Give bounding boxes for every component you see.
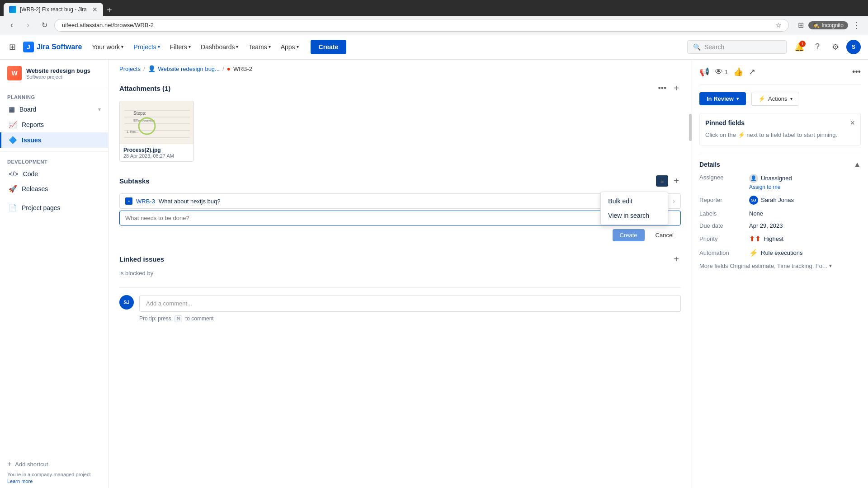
add-shortcut-icon: + <box>7 460 11 468</box>
pro-tip: Pro tip: press M to comment <box>119 315 681 322</box>
breadcrumb-sep1: / <box>143 66 145 72</box>
subtask-row[interactable]: ▪ WRB-3 What about nextjs buq? › <box>119 193 681 209</box>
issue-scroll-area: Attachments (1) ••• + <box>108 72 692 488</box>
reporter-row: Reporter SJ Sarah Jonas <box>699 196 861 205</box>
user-avatar[interactable]: S <box>846 40 861 54</box>
subtask-cancel-button[interactable]: Cancel <box>648 229 681 241</box>
subtask-input[interactable] <box>119 211 681 225</box>
breadcrumb-projects[interactable]: Projects <box>119 66 141 72</box>
subtasks-title: Subtasks <box>119 177 150 185</box>
assignee-label: Assignee <box>699 174 749 181</box>
subtasks-menu-button[interactable]: ≡ <box>656 175 669 187</box>
sidebar-item-code[interactable]: </> Code <box>0 166 108 181</box>
add-shortcut-item[interactable]: + Add shortcut <box>7 456 101 472</box>
due-date-label: Due date <box>699 222 749 229</box>
reports-icon: 📈 <box>9 121 17 129</box>
watch-button[interactable]: 👁 <box>715 67 723 77</box>
assign-to-me-link[interactable]: Assign to me <box>749 184 861 190</box>
due-date-row: Due date Apr 29, 2023 <box>699 222 861 229</box>
attachment-date: 28 Apr 2023, 08:27 AM <box>123 153 190 159</box>
refresh-button[interactable]: ↻ <box>38 19 51 32</box>
address-bar[interactable]: uifeed.atlassian.net/browse/WRB-2 ☆ <box>54 19 789 32</box>
sidebar-item-project-pages[interactable]: 📄 Project pages <box>0 200 108 216</box>
forward-button[interactable]: › <box>22 19 34 32</box>
pinned-desc-prefix: Click on the <box>705 131 736 138</box>
breadcrumb-project-name[interactable]: Website redesign bug... <box>158 66 220 72</box>
notifications-button[interactable]: 🔔 1 <box>792 40 807 54</box>
more-actions-dots[interactable]: ••• <box>852 67 861 77</box>
assignee-value: 👤 Unassigned Assign to me <box>749 174 861 190</box>
attachments-add-button[interactable]: + <box>672 81 681 95</box>
thumbs-up-button[interactable]: 👍 <box>733 67 743 77</box>
labels-row: Labels None <box>699 210 861 217</box>
nav-dashboards[interactable]: Dashboards▾ <box>196 41 243 53</box>
app-switcher-button[interactable]: ⊞ <box>7 40 18 54</box>
more-fields-label: More fields <box>699 263 728 269</box>
is-blocked-by: is blocked by <box>119 270 681 277</box>
flag-button[interactable]: 📢 <box>699 67 709 77</box>
actions-button[interactable]: ⚡ Actions ▾ <box>751 92 799 106</box>
share-button[interactable]: ↗ <box>749 67 755 77</box>
learn-more-link[interactable]: Learn more <box>7 479 33 484</box>
scroll-handle[interactable] <box>689 114 692 141</box>
comment-input-box[interactable]: Add a comment... <box>139 295 681 312</box>
subtasks-toolbar: ≡ Bulk edit View in search + <box>656 174 681 188</box>
your-work-chevron: ▾ <box>121 44 123 49</box>
active-tab[interactable]: [WRB-2] Fix react bug - Jira ✕ <box>4 3 103 16</box>
development-label: DEVELOPMENT <box>0 155 108 166</box>
subtasks-add-button[interactable]: + <box>672 174 681 188</box>
nav-your-work[interactable]: Your work▾ <box>87 41 128 53</box>
tab-favicon <box>9 6 16 13</box>
back-button[interactable]: ‹ <box>5 19 18 32</box>
tab-close-icon[interactable]: ✕ <box>92 6 98 13</box>
status-button[interactable]: In Review ▾ <box>699 92 746 105</box>
browser-tabs: [WRB-2] Fix react bug - Jira ✕ + <box>0 0 868 16</box>
create-button[interactable]: Create <box>311 40 347 54</box>
pinned-fields-header: Pinned fields × <box>705 119 855 127</box>
attachment-image-svg: Steps: Effectiveness 1. Rec... <box>120 101 194 144</box>
code-label: Code <box>23 170 38 178</box>
extensions-button[interactable]: ⊞ <box>796 19 806 31</box>
subtask-create-button[interactable]: Create <box>613 229 645 241</box>
incognito-badge: 🕵 Incognito <box>808 21 848 29</box>
due-date-value: Apr 29, 2023 <box>749 222 861 229</box>
priority-name: Highest <box>764 235 783 242</box>
assignee-row: Assignee 👤 Unassigned Assign to me <box>699 174 861 190</box>
nav-teams[interactable]: Teams▾ <box>244 41 275 53</box>
teams-chevron: ▾ <box>269 44 271 49</box>
priority-value: ⬆⬆ Highest <box>749 235 861 243</box>
help-button[interactable]: ? <box>810 40 825 54</box>
comment-section: SJ Add a comment... Pro tip: press M to … <box>119 287 681 322</box>
more-fields-chevron: ▾ <box>829 263 832 269</box>
details-header[interactable]: Details ▲ <box>699 160 861 169</box>
shortcut-key: M <box>175 315 182 322</box>
more-fields-row[interactable]: More fields Original estimate, Time trac… <box>699 263 861 269</box>
new-tab-button[interactable]: + <box>103 5 116 15</box>
attachments-more-button[interactable]: ••• <box>656 81 668 95</box>
sidebar-item-releases[interactable]: 🚀 Releases <box>0 181 108 197</box>
attachment-card[interactable]: Steps: Effectiveness 1. Rec... Process(2… <box>119 101 194 162</box>
bulk-edit-option[interactable]: Bulk edit <box>601 194 668 208</box>
attachment-name: Process(2).jpg <box>123 147 190 153</box>
priority-row: Priority ⬆⬆ Highest <box>699 235 861 243</box>
details-section: Details ▲ Assignee 👤 Unassigned Assign t… <box>699 153 861 269</box>
planning-section: PLANNING ▦ Board ▾ 📈 Reports 🔷 Issues <box>0 87 108 151</box>
apps-chevron: ▾ <box>297 44 299 49</box>
linked-issues-add-button[interactable]: + <box>672 252 681 266</box>
chrome-menu-button[interactable]: ⋮ <box>851 19 863 32</box>
nav-projects[interactable]: Projects▾ <box>129 41 165 53</box>
bookmark-icon[interactable]: ☆ <box>775 21 781 29</box>
sidebar-item-reports[interactable]: 📈 Reports <box>0 117 108 132</box>
settings-button[interactable]: ⚙ <box>828 40 843 54</box>
pinned-fields-close-button[interactable]: × <box>850 119 855 127</box>
search-icon: 🔍 <box>693 43 701 51</box>
view-in-search-option[interactable]: View in search <box>601 208 668 223</box>
sidebar-item-issues[interactable]: 🔷 Issues <box>0 132 108 148</box>
search-box[interactable]: 🔍 Search <box>687 40 787 54</box>
nav-apps[interactable]: Apps▾ <box>276 41 303 53</box>
filters-chevron: ▾ <box>189 44 191 49</box>
subtask-title: What about nextjs buq? <box>159 198 669 205</box>
sidebar-item-board[interactable]: ▦ Board ▾ <box>0 102 108 117</box>
nav-filters[interactable]: Filters▾ <box>165 41 195 53</box>
subtask-create-controls: Create Cancel <box>119 229 681 241</box>
